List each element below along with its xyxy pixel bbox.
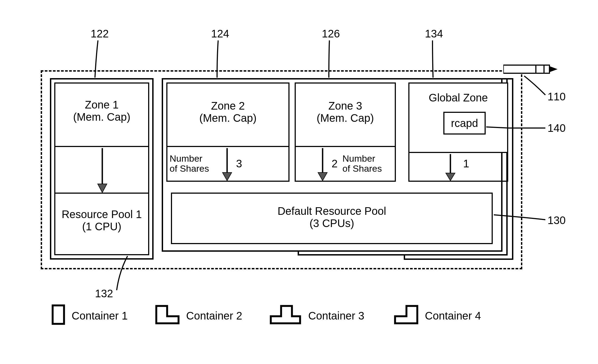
svg-rect-2	[544, 65, 549, 73]
shares-count-zone3: 2	[332, 158, 338, 170]
zone-3-title: Zone 3	[296, 100, 395, 112]
zone-1-box: Zone 1 (Mem. Cap)	[54, 82, 149, 147]
shares-count-zone2: 3	[236, 158, 242, 170]
legend-c1-label: Container 1	[72, 310, 128, 322]
ref-130: 130	[548, 214, 566, 226]
legend-container-4-icon	[393, 304, 419, 325]
zone-3-sub: (Mem. Cap)	[296, 112, 395, 124]
default-pool-box: Default Resource Pool (3 CPUs)	[171, 193, 493, 244]
zone2-arrow-icon	[220, 148, 234, 181]
svg-marker-11	[446, 173, 455, 181]
shares-label-right: Number of Shares	[342, 154, 389, 174]
zone-2-sub: (Mem. Cap)	[167, 112, 288, 124]
legend-c3-label: Container 3	[308, 310, 364, 322]
resource-pool-1-box: Resource Pool 1 (1 CPU)	[54, 193, 149, 255]
ref-126: 126	[322, 28, 340, 40]
svg-marker-5	[98, 184, 107, 193]
ref-122: 122	[91, 28, 109, 40]
ref-110: 110	[548, 91, 566, 103]
zone3-arrow-icon	[316, 148, 329, 181]
pool1-sub: (1 CPU)	[54, 221, 149, 233]
legend-container-3-icon	[269, 304, 302, 325]
svg-marker-3	[549, 66, 558, 72]
shares-label-left: Number of Shares	[170, 154, 216, 174]
shares-count-global: 1	[463, 158, 469, 170]
svg-rect-12	[53, 305, 64, 324]
server-icon	[503, 63, 558, 76]
shares-label-r1: Number	[342, 154, 389, 164]
shares-label-l1: Number	[170, 154, 216, 164]
svg-rect-0	[503, 65, 536, 73]
zone-3-box: Zone 3 (Mem. Cap)	[295, 82, 396, 147]
legend-container-2-icon	[155, 304, 180, 325]
legend-c4-label: Container 4	[425, 310, 481, 322]
zone-2-box: Zone 2 (Mem. Cap)	[166, 82, 290, 147]
zone-1-sub: (Mem. Cap)	[54, 111, 149, 123]
shares-label-l2: of Shares	[170, 164, 216, 174]
ref-124: 124	[211, 28, 229, 40]
global-arrow-icon	[444, 154, 457, 181]
default-pool-title: Default Resource Pool	[172, 205, 492, 217]
ref-140: 140	[548, 122, 566, 134]
global-zone-title: Global Zone	[409, 92, 507, 104]
svg-marker-9	[318, 173, 327, 181]
rcapd-box: rcapd	[443, 112, 486, 135]
legend-c2-label: Container 2	[186, 310, 242, 322]
legend-container-1-icon	[52, 304, 65, 325]
zone-1-title: Zone 1	[54, 99, 149, 111]
rcapd-label: rcapd	[451, 117, 478, 129]
global-shares-row	[408, 153, 508, 182]
ref-132: 132	[95, 288, 113, 300]
pool1-title: Resource Pool 1	[54, 208, 149, 221]
ref-134: 134	[425, 28, 443, 40]
shares-label-r2: of Shares	[342, 164, 389, 174]
svg-marker-7	[222, 173, 232, 181]
svg-rect-1	[536, 65, 544, 73]
zone-2-title: Zone 2	[167, 100, 288, 112]
zone1-arrow-icon	[96, 148, 109, 193]
default-pool-sub: (3 CPUs)	[172, 217, 492, 229]
